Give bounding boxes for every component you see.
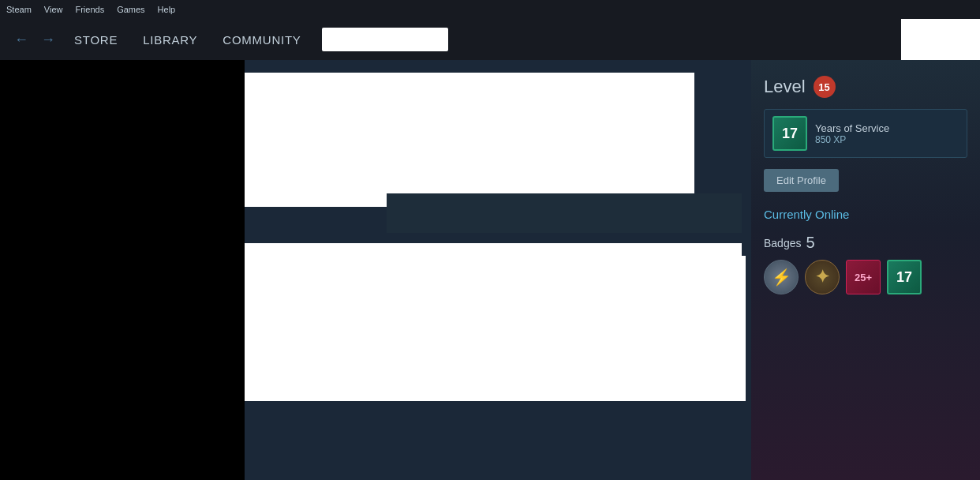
- nav-store-link[interactable]: STORE: [63, 30, 129, 50]
- edit-profile-button[interactable]: Edit Profile: [764, 169, 839, 192]
- menu-view[interactable]: View: [44, 5, 63, 14]
- badge-lightning[interactable]: ⚡: [764, 260, 799, 294]
- profile-bar-strip: [387, 193, 742, 233]
- badges-count: 5: [806, 234, 814, 252]
- lightning-icon: ⚡: [772, 268, 791, 287]
- level-badge: 15: [814, 76, 836, 98]
- left-sidebar: [0, 60, 245, 480]
- online-status: Currently Online: [764, 208, 967, 221]
- nav-forward-button[interactable]: →: [36, 28, 60, 51]
- star-icon: ✦: [815, 267, 829, 287]
- badges-header: Badges 5: [764, 234, 967, 252]
- menu-steam[interactable]: Steam: [6, 5, 32, 14]
- badge-25plus[interactable]: 25+: [846, 260, 881, 294]
- user-avatar-area[interactable]: [901, 19, 980, 60]
- menu-bar: Steam View Friends Games Help: [0, 0, 980, 19]
- badges-row: ⚡ ✦ 25+ 17: [764, 260, 967, 294]
- main-content-area: [245, 243, 746, 401]
- badge-17[interactable]: 17: [887, 260, 922, 294]
- badge-17-label: 17: [896, 269, 912, 286]
- search-input-box[interactable]: [322, 28, 448, 51]
- nav-community-link[interactable]: COMMUNITY: [211, 30, 312, 50]
- badge-25plus-label: 25+: [855, 272, 872, 283]
- nav-library-link[interactable]: LIBRARY: [132, 30, 208, 50]
- menu-games[interactable]: Games: [117, 5, 144, 14]
- badge-card-title: Years of Service: [815, 122, 889, 134]
- badge-star[interactable]: ✦: [805, 260, 840, 294]
- level-label: Level: [764, 77, 806, 97]
- badge-card-xp: 850 XP: [815, 134, 889, 145]
- menu-help[interactable]: Help: [158, 5, 176, 14]
- right-panel: Level 15 17 Years of Service 850 XP Edit…: [751, 60, 980, 480]
- level-row: Level 15: [764, 76, 967, 98]
- main-profile-header: [245, 73, 694, 207]
- badges-label: Badges: [764, 237, 801, 249]
- nav-back-button[interactable]: ←: [9, 28, 33, 51]
- badge-card-info: Years of Service 850 XP: [815, 122, 889, 145]
- years-of-service-card[interactable]: 17 Years of Service 850 XP: [764, 109, 967, 158]
- nav-bar: ← → STORE LIBRARY COMMUNITY: [0, 19, 980, 60]
- menu-friends[interactable]: Friends: [75, 5, 104, 14]
- years-of-service-icon: 17: [772, 116, 807, 151]
